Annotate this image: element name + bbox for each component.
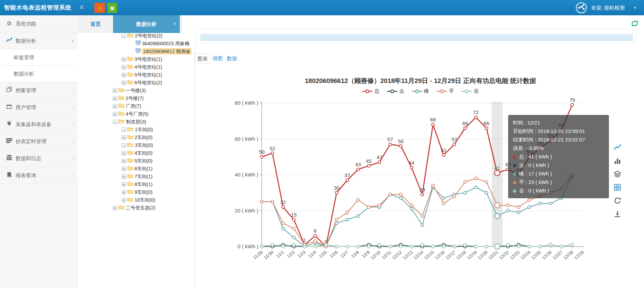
data-point-谷[interactable] (282, 245, 284, 248)
data-point-总[interactable] (571, 103, 574, 106)
data-point-峰[interactable] (517, 211, 520, 214)
data-point-总[interactable] (389, 143, 391, 146)
data-point-峰[interactable] (410, 207, 413, 210)
data-point-谷[interactable] (528, 245, 531, 248)
tree-node-21[interactable]: +10车间(0) (78, 196, 155, 204)
data-point-总[interactable] (474, 116, 477, 119)
data-point-谷[interactable] (367, 245, 370, 248)
tree-node-label[interactable]: 一号楼(3) (126, 88, 146, 93)
legend-item-峰[interactable]: 峰 (412, 88, 429, 95)
tree-node-6[interactable]: +6号电管站(2) (78, 79, 162, 86)
data-point-谷[interactable] (293, 243, 295, 246)
tree-node-label[interactable]: 二号变压器(2) (126, 205, 155, 210)
data-point-总[interactable] (335, 191, 338, 194)
data-point-平[interactable] (517, 206, 520, 208)
sidebar-item-5[interactable]: 用户管理› (0, 99, 78, 116)
data-point-平[interactable] (421, 215, 424, 217)
modules-button[interactable]: ▦ (107, 3, 117, 13)
stack-icon[interactable] (614, 171, 623, 180)
data-point-谷[interactable] (357, 245, 359, 248)
tree-node-13[interactable]: +2车间(0) (78, 133, 153, 141)
tree-node-label[interactable]: 5车间(0) (135, 158, 153, 164)
tree-node-20[interactable]: +9车间(0) (78, 188, 153, 196)
data-point-总[interactable] (314, 234, 316, 237)
data-point-峰[interactable] (346, 218, 349, 221)
data-point-峰[interactable] (399, 197, 402, 199)
data-point-平[interactable] (346, 211, 349, 214)
data-point-峰[interactable] (442, 197, 445, 199)
tree-node-22[interactable]: +二号变压器(2) (78, 204, 155, 211)
tree-node-label[interactable]: 4车间(0) (135, 150, 153, 156)
data-point-平[interactable] (431, 184, 434, 187)
data-point-峰[interactable] (357, 215, 359, 217)
restore-icon[interactable] (614, 197, 623, 206)
tree-node-14[interactable]: -3车间(0) (78, 141, 153, 149)
tree-node-label[interactable]: 7车间(1) (135, 174, 153, 179)
data-point-谷[interactable] (260, 245, 263, 248)
tree-node-label[interactable]: 4号厂房(5) (126, 111, 148, 117)
data-point-平[interactable] (293, 227, 295, 230)
expand-plus-icon[interactable]: + (122, 135, 126, 140)
home-button[interactable]: ⌂ (94, 3, 105, 13)
tree-node-label[interactable]: 厂房(7) (126, 103, 141, 109)
data-point-峰[interactable] (421, 224, 424, 226)
data-point-峰[interactable] (474, 186, 477, 189)
tree-node-label[interactable]: 1车间(0) (135, 127, 153, 132)
data-point-总[interactable] (453, 143, 456, 146)
sidebar-item-8[interactable]: 数据和日志› (0, 150, 78, 167)
sidebar-item-4[interactable]: 档案管理› (0, 82, 78, 99)
data-point-总[interactable] (271, 152, 274, 155)
tree-node-15[interactable]: +4车间(0) (78, 149, 153, 157)
data-point-峰[interactable] (293, 236, 295, 239)
sidebar-item-2[interactable]: 标签管理 (0, 49, 78, 66)
expand-minus-icon[interactable]: - (122, 143, 126, 148)
data-point-峰[interactable] (464, 191, 466, 194)
data-point-平[interactable] (378, 204, 381, 206)
tree-node-label[interactable]: 8车间(1) (135, 182, 153, 187)
legend-item-尖[interactable]: 尖 (387, 88, 404, 95)
data-point-总[interactable] (421, 193, 424, 196)
data-point-平[interactable] (506, 204, 509, 206)
data-point-谷[interactable] (378, 243, 381, 246)
data-point-平[interactable] (314, 240, 316, 242)
data-point-平[interactable] (282, 222, 284, 224)
expand-plus-icon[interactable]: + (122, 65, 126, 69)
expand-plus-icon[interactable]: + (113, 104, 117, 108)
data-point-峰[interactable] (528, 206, 531, 208)
sidebar-item-7[interactable]: 抄表定时管理› (0, 133, 78, 150)
expand-plus-icon[interactable]: + (113, 112, 117, 116)
data-point-谷[interactable] (517, 245, 520, 248)
tree-node-3[interactable]: +3号电管站(1) (78, 55, 162, 63)
tree-node-16[interactable]: +5车间(0) (78, 157, 153, 165)
tree-node-12[interactable]: -1车间(0) (78, 125, 153, 133)
tree-node-label[interactable]: 364098000015 周春梅 (142, 41, 189, 46)
expand-plus-icon[interactable]: + (122, 167, 126, 171)
data-point-总[interactable] (293, 218, 295, 221)
tree-node-label[interactable]: 10车间(0) (135, 197, 155, 203)
data-point-峰[interactable] (485, 191, 488, 194)
data-point-谷[interactable] (346, 245, 349, 248)
tree-node-11[interactable]: -制造部(3) (78, 118, 146, 125)
data-point-谷[interactable] (389, 245, 391, 248)
tree-node-label[interactable]: 6车间(1) (135, 166, 153, 171)
content-tab-pie[interactable]: 饼图 (213, 53, 223, 64)
expand-plus-icon[interactable]: + (122, 182, 126, 187)
data-point-谷[interactable] (442, 245, 445, 248)
data-point-总[interactable] (378, 161, 381, 164)
tree-node-7[interactable]: +一号楼(3) (78, 86, 146, 94)
expand-plus-icon[interactable]: + (113, 206, 117, 210)
switch-line-chart-icon[interactable] (614, 144, 623, 153)
data-point-谷[interactable] (549, 243, 552, 246)
tree-node-8[interactable]: +2号楼(7) (78, 94, 144, 102)
data-point-平[interactable] (389, 193, 391, 196)
tab-home[interactable]: 首页 (78, 15, 113, 33)
tree-node-label[interactable]: 2号电管站(2) (135, 33, 162, 38)
data-point-平[interactable] (474, 177, 477, 180)
data-point-峰[interactable] (538, 202, 541, 205)
close-tab-icon[interactable]: × (173, 15, 176, 32)
expand-plus-icon[interactable]: + (113, 96, 117, 101)
data-point-总[interactable] (464, 127, 466, 130)
tree-node-1[interactable]: 364098000015 周春梅 (78, 39, 189, 47)
data-point-总[interactable] (399, 145, 402, 147)
data-point-谷[interactable] (506, 243, 509, 246)
